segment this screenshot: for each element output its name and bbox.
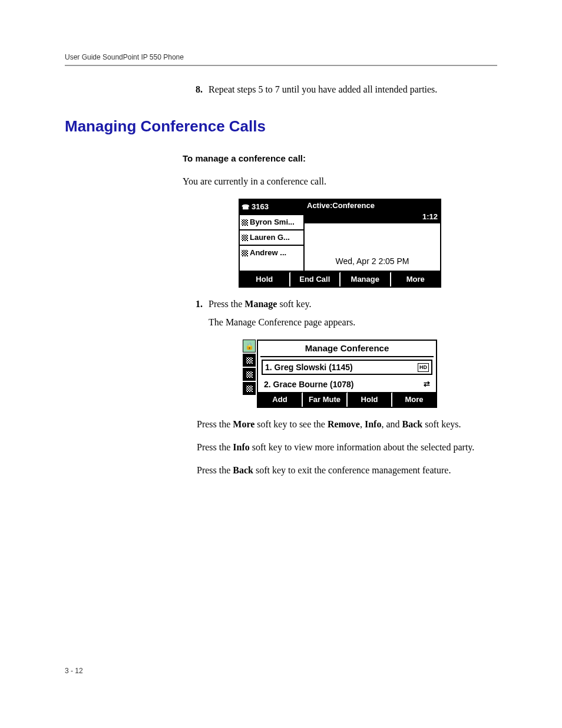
- lock-icon: 🔒: [243, 340, 256, 353]
- line-key-1-label: Byron Smi...: [250, 217, 295, 228]
- section-heading: Managing Conference Calls: [65, 117, 497, 136]
- softkey-hold: Hold: [348, 392, 392, 407]
- call-timer: 1:12: [307, 212, 438, 223]
- step-8-number: 8.: [183, 83, 209, 96]
- step-8-text: Repeat steps 5 to 7 until you have added…: [209, 83, 497, 96]
- conference-entry-1: 1. Greg Slowski (1145) HD: [262, 360, 432, 375]
- step-8: 8. Repeat steps 5 to 7 until you have ad…: [183, 83, 497, 96]
- line-key-ext: 3163: [240, 200, 303, 215]
- presence-icon: [242, 250, 248, 256]
- phone-icon: [242, 202, 250, 213]
- line-key-2-label: Lauren G...: [250, 232, 290, 243]
- presence-icon: [243, 368, 256, 381]
- step-1-text-a: Press the: [209, 299, 244, 309]
- banner-title: Active:Conference: [307, 200, 438, 212]
- header-rule: [65, 65, 497, 66]
- running-header: User Guide SoundPoint IP 550 Phone: [65, 53, 497, 61]
- line-ext-label: 3163: [252, 202, 269, 213]
- softkey-more: More: [391, 272, 441, 286]
- para-back: Press the Back soft key to exit the conf…: [197, 463, 497, 477]
- presence-icon: [243, 354, 256, 367]
- line-key-3: Andrew ...: [240, 246, 303, 260]
- line-key-1: Byron Smi...: [240, 215, 303, 230]
- softkey-manage: Manage: [340, 272, 391, 286]
- para-more: Press the More soft key to see the Remov…: [197, 417, 497, 431]
- presence-icon: [242, 219, 248, 226]
- softkey-far-mute: Far Mute: [303, 392, 348, 407]
- para-info: Press the Info soft key to view more inf…: [197, 440, 497, 454]
- page-number: 3 - 12: [65, 667, 83, 675]
- softkey-add: Add: [258, 392, 303, 407]
- softkey-end-call: End Call: [290, 272, 341, 286]
- softkey-more: More: [392, 392, 436, 407]
- conference-entry-1-label: 1. Greg Slowski (1145): [265, 361, 353, 373]
- intro-text: You are currently in a conference call.: [183, 174, 497, 188]
- figure-active-conference: 3163 Byron Smi... Lauren G... Andre: [183, 199, 497, 288]
- screen2-title: Manage Conference: [258, 341, 436, 356]
- line-key-3-label: Andrew ...: [250, 248, 286, 259]
- date-time: Wed, Apr 2 2:05 PM: [305, 223, 440, 271]
- step-1-number: 1.: [183, 297, 209, 329]
- subsection-heading: To manage a conference call:: [183, 152, 497, 165]
- presence-icon: [242, 235, 248, 241]
- hd-icon: HD: [418, 363, 429, 372]
- conference-entry-2: 2. Grace Bourne (1078): [262, 377, 432, 391]
- softkey-hold: Hold: [240, 272, 290, 286]
- presence-icon: [243, 382, 256, 395]
- figure-manage-conference: 🔒 Manage Conference 1. Greg Slowski (114…: [183, 340, 497, 408]
- conference-entry-2-label: 2. Grace Bourne (1078): [264, 378, 354, 390]
- step-1: 1. Press the Manage soft key. The Manage…: [183, 297, 497, 329]
- line-key-2: Lauren G...: [240, 230, 303, 246]
- step-1-text-c: soft key.: [277, 299, 311, 309]
- step-1-subtext: The Manage Conference page appears.: [209, 317, 355, 327]
- step-1-text-b: Manage: [244, 299, 277, 309]
- swap-icon: [424, 378, 430, 390]
